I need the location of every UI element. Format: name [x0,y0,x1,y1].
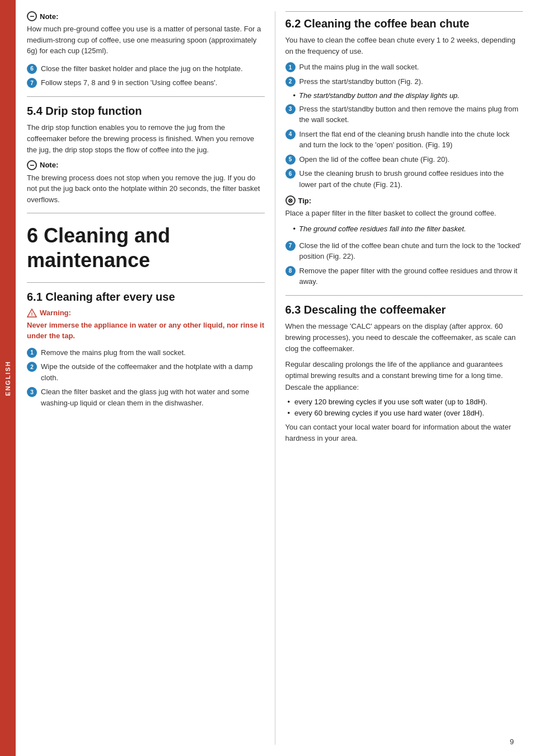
section-6-num: 6 [27,224,44,247]
divider-1 [27,96,265,97]
page-number: 9 [510,738,514,746]
warning-text: Never immerse the appliance in water or … [27,320,265,342]
sidebar-label: ENGLISH [4,361,11,396]
section-63-body3: You can contact your local water board f… [285,422,523,444]
step-6-badge: 6 [27,64,37,74]
tip-label: Tip: [298,197,312,205]
warning-header: ! Warning: [27,308,265,318]
chute-step-4-badge: 4 [285,129,296,139]
section-63-body1: When the message 'CALC' appears on the d… [285,321,523,354]
cleaning-step-3-text: Clean the filter basket and the glass ju… [41,386,265,408]
bullet-2: every 60 brewing cycles if you use hard … [285,409,523,417]
note-header-2: Note: [27,160,265,170]
bullet-1: every 120 brewing cycles if you use soft… [285,398,523,406]
section-54-body: The drip stop function enables you to re… [27,122,265,156]
tip-italic: The ground coffee residues fall into the… [293,223,523,235]
section-63-name: Descaling the coffeemaker [304,304,446,316]
tip-box: ⊗ Tip: Place a paper filter in the filte… [285,195,523,235]
note-box-1: Note: How much pre-ground coffee you use… [27,11,265,57]
cleaning-step-2-text: Wipe the outside of the coffeemaker and … [41,361,265,383]
chute-step-5-text: Open the lid of the coffee bean chute (F… [299,154,450,165]
tip-text: Place a paper filter in the filter baske… [285,208,523,219]
section-6-wrapper: 6 Cleaning andmaintenance [27,223,265,272]
step-6-text: Close the filter basket holder and place… [41,63,243,74]
section-54-num: 5.4 [27,105,45,117]
chute-step-3: 3 Press the start/standby button and the… [285,104,523,125]
svg-text:!: ! [31,311,33,317]
note-header-1: Note: [27,11,265,21]
note-icon-2 [27,160,37,170]
section-6-name: Cleaning andmaintenance [27,224,170,271]
chute-step-3-text: Press the start/standby button and then … [299,104,523,125]
chute-step-5-badge: 5 [285,155,296,165]
chute-step-3-badge: 3 [285,104,296,114]
cleaning-step-3: 3 Clean the filter basket and the glass … [27,386,265,408]
section-6-title: 6 Cleaning andmaintenance [27,223,265,272]
note-icon-1 [27,11,37,21]
warning-icon: ! [27,308,37,318]
divider-right-top [285,11,523,12]
section-54-name: Drip stop function [45,105,142,117]
cleaning-step-1: 1 Remove the mains plug from the wall so… [27,347,265,358]
section-62-name: Cleaning the coffee bean chute [304,17,470,30]
note-box-2: Note: The brewing process does not stop … [27,160,265,206]
bullet-2-text: every 60 brewing cycles if you use hard … [294,409,484,417]
cleaning-step-3-badge: 3 [27,387,37,397]
chute-step-4-text: Insert the flat end of the cleaning brus… [299,129,523,151]
chute-step-1-text: Put the mains plug in the wall socket. [299,62,419,73]
cleaning-step-2: 2 Wipe the outside of the coffeemaker an… [27,361,265,383]
step-7-badge: 7 [27,78,37,88]
divider-3 [27,282,265,283]
cleaning-step-1-badge: 1 [27,348,37,358]
cleaning-step-1-text: Remove the mains plug from the wall sock… [41,347,186,358]
chute-step-1: 1 Put the mains plug in the wall socket. [285,62,523,73]
chute-step-2-badge: 2 [285,77,296,87]
step-7-text: Follow steps 7, 8 and 9 in section 'Usin… [41,77,217,88]
chute-step-2-italic: The start/standby button and the display… [293,90,523,101]
chute-step-8: 8 Remove the paper filter with the groun… [285,265,523,287]
chute-step-2-text: Press the start/standby button (Fig. 2). [299,76,423,87]
warning-box: ! Warning: Never immerse the appliance i… [27,308,265,342]
warning-label: Warning: [40,309,71,317]
chute-step-7-text: Close the lid of the coffee bean chute a… [299,240,523,262]
bullet-1-text: every 120 brewing cycles if you use soft… [294,398,488,406]
chute-step-7-badge: 7 [285,241,296,251]
chute-step-8-text: Remove the paper filter with the ground … [299,265,523,287]
note-text-1: How much pre-ground coffee you use is a … [27,24,265,57]
chute-step-5: 5 Open the lid of the coffee bean chute … [285,154,523,165]
chute-step-6: 6 Use the cleaning brush to brush ground… [285,168,523,190]
chute-step-6-text: Use the cleaning brush to brush ground c… [299,168,523,190]
divider-2 [27,213,265,213]
content: Note: How much pre-ground coffee you use… [16,0,534,756]
chute-step-1-badge: 1 [285,62,296,72]
note-text-2: The brewing process does not stop when y… [27,172,265,206]
section-61-title: 6.1 Cleaning after every use [27,291,265,304]
section-62-num: 6.2 [285,17,304,30]
section-61-name: Cleaning after every use [45,291,175,303]
note-label-2: Note: [40,161,58,169]
left-column: Note: How much pre-ground coffee you use… [27,11,275,745]
chute-step-8-badge: 8 [285,266,296,276]
tip-header: ⊗ Tip: [285,195,523,206]
section-63-num: 6.3 [285,304,304,316]
section-62-title: 6.2 Cleaning the coffee bean chute [285,17,523,30]
chute-step-2: 2 Press the start/standby button (Fig. 2… [285,76,523,87]
right-column: 6.2 Cleaning the coffee bean chute You h… [275,11,523,745]
tip-icon: ⊗ [285,195,296,206]
section-62-intro: You have to clean the coffee bean chute … [285,35,523,57]
section-63-title: 6.3 Descaling the coffeemaker [285,304,523,316]
cleaning-step-2-badge: 2 [27,362,37,372]
sidebar: ENGLISH [0,0,16,756]
step-7: 7 Follow steps 7, 8 and 9 in section 'Us… [27,77,265,88]
step-6: 6 Close the filter basket holder and pla… [27,63,265,74]
note-label-1: Note: [40,12,58,21]
divider-63 [285,295,523,296]
page-wrapper: ENGLISH Note: How much pre-ground coffee… [0,0,534,756]
chute-step-4: 4 Insert the flat end of the cleaning br… [285,129,523,151]
chute-step-7: 7 Close the lid of the coffee bean chute… [285,240,523,262]
section-61-num: 6.1 [27,291,45,303]
chute-step-6-badge: 6 [285,169,296,179]
section-54-title: 5.4 Drip stop function [27,105,265,118]
section-63-body2: Regular descaling prolongs the life of t… [285,359,523,393]
